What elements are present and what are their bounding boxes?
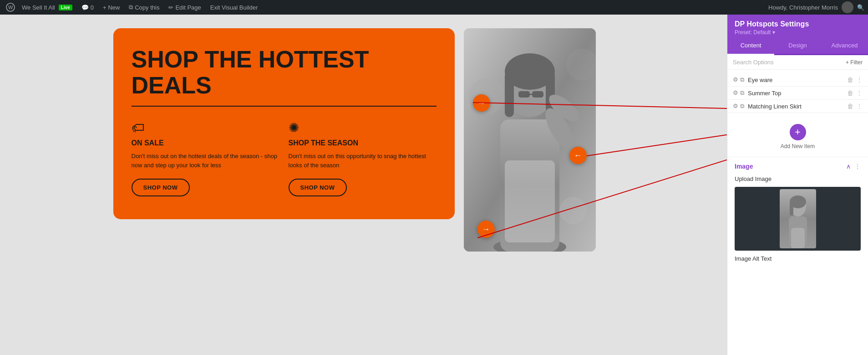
- svg-rect-12: [532, 91, 543, 98]
- settings-icon-3[interactable]: ⚙: [733, 103, 738, 110]
- copy-this-button[interactable]: ⧉ Copy this: [124, 0, 164, 15]
- main-area: Shop The Hottest Deals 🏷 On Sale Don't m…: [0, 15, 868, 355]
- duplicate-icon-3[interactable]: ⧉: [740, 103, 744, 110]
- panel-search-bar: + Filter: [727, 55, 868, 70]
- tab-advanced[interactable]: Advanced: [821, 38, 868, 54]
- search-options-input[interactable]: [733, 59, 843, 66]
- svg-rect-11: [518, 91, 530, 98]
- hotspot-2-arrow-icon: ←: [574, 151, 582, 160]
- howdy-text: Howdy, Christopher Morris: [768, 4, 838, 11]
- hotspot-button-1[interactable]: →: [473, 94, 490, 112]
- filter-button[interactable]: + Filter: [846, 59, 863, 66]
- add-new-label: Add New Item: [781, 143, 815, 149]
- item-actions-1: 🗑 ⋮: [847, 76, 863, 83]
- copy-label: Copy this: [135, 4, 159, 11]
- shop-now-button-2[interactable]: Shop Now: [289, 179, 347, 196]
- comments-item[interactable]: 💬 0: [77, 0, 98, 15]
- item-actions-2: 🗑 ⋮: [847, 89, 863, 97]
- promo-divider: [132, 106, 437, 107]
- hotspot-1-arrow-icon: →: [477, 98, 486, 108]
- item-label-1: Eye ware: [748, 77, 843, 83]
- avatar: [842, 1, 853, 13]
- hotspot-button-2[interactable]: ←: [569, 147, 587, 164]
- add-new-item-button[interactable]: + Add New Item: [727, 117, 868, 157]
- promo-card: Shop The Hottest Deals 🏷 On Sale Don't m…: [113, 28, 455, 219]
- tab-design[interactable]: Design: [774, 38, 821, 54]
- svg-point-17: [559, 197, 587, 224]
- svg-rect-7: [505, 72, 514, 117]
- hotspot-3-arrow-icon: →: [482, 225, 490, 234]
- image-section-title: Image: [735, 163, 753, 170]
- panel-title: DP Hotspots Settings: [735, 20, 861, 28]
- settings-panel: DP Hotspots Settings Preset: Default Con…: [727, 15, 868, 355]
- section-collapse-icon[interactable]: ∧: [846, 163, 851, 170]
- wordpress-logo-icon[interactable]: W: [4, 0, 17, 15]
- upload-image-label: Upload Image: [735, 175, 861, 182]
- duplicate-icon-2[interactable]: ⧉: [740, 89, 744, 97]
- copy-icon: ⧉: [129, 4, 133, 11]
- item-actions-3: 🗑 ⋮: [847, 103, 863, 110]
- section-more-icon[interactable]: ⋮: [854, 163, 861, 170]
- comments-count: 0: [91, 4, 94, 11]
- promo-grid: 🏷 On Sale Don't miss out on the hottest …: [132, 120, 437, 196]
- search-icon[interactable]: 🔍: [857, 4, 864, 11]
- panel-preset-dropdown[interactable]: Preset: Default: [735, 29, 861, 36]
- svg-text:W: W: [8, 5, 13, 10]
- exit-builder-button[interactable]: Exit Visual Builder: [206, 0, 263, 15]
- bookmark-icon: 🏷: [132, 120, 279, 135]
- live-badge: Live: [59, 5, 72, 10]
- image-section-header: Image ∧ ⋮: [735, 163, 861, 170]
- item-label-2: Summer Top: [748, 90, 843, 97]
- add-circle-icon: +: [790, 124, 806, 140]
- image-alt-text-label: Image Alt Text: [735, 255, 861, 262]
- item-icons-3: ⚙ ⧉: [733, 103, 744, 110]
- exit-label: Exit Visual Builder: [210, 4, 258, 11]
- item-icons-1: ⚙ ⧉: [733, 76, 744, 83]
- delete-icon-3[interactable]: 🗑: [847, 103, 853, 110]
- section2-title: Shop The Season: [289, 139, 437, 147]
- delete-icon-1[interactable]: 🗑: [847, 76, 853, 83]
- list-item: ⚙ ⧉ Summer Top 🗑 ⋮: [727, 87, 868, 100]
- hotspot-background-image: [464, 28, 596, 252]
- more-icon-2[interactable]: ⋮: [856, 89, 863, 97]
- item-label-3: Matching Linen Skirt: [748, 103, 843, 110]
- top-bar-right: Howdy, Christopher Morris 🔍: [768, 1, 864, 13]
- list-item: ⚙ ⧉ Eye ware 🗑 ⋮: [727, 73, 868, 87]
- sun-icon: ✺: [289, 120, 437, 135]
- settings-icon-2[interactable]: ⚙: [733, 89, 738, 97]
- site-name-text: We Sell It All: [22, 4, 55, 11]
- new-label: + New: [103, 4, 120, 11]
- section1-title: On Sale: [132, 139, 279, 147]
- item-icons-2: ⚙ ⧉: [733, 89, 744, 97]
- edit-icon: ✏: [168, 4, 173, 11]
- promo-title: Shop The Hottest Deals: [132, 46, 437, 98]
- image-preview-box: [735, 187, 861, 251]
- svg-line-19: [587, 129, 727, 156]
- canvas-content: Shop The Hottest Deals 🏷 On Sale Don't m…: [113, 28, 614, 252]
- top-bar: W We Sell It All Live 💬 0 + New ⧉ Copy t…: [0, 0, 868, 15]
- list-item: ⚙ ⧉ Matching Linen Skirt 🗑 ⋮: [727, 100, 868, 113]
- edit-label: Edit Page: [175, 4, 201, 11]
- panel-header: DP Hotspots Settings Preset: Default: [727, 15, 868, 38]
- svg-rect-25: [791, 228, 805, 248]
- page-canvas: Shop The Hottest Deals 🏷 On Sale Don't m…: [0, 15, 727, 355]
- promo-section-1: 🏷 On Sale Don't miss out on the hottest …: [132, 120, 279, 196]
- image-section: Image ∧ ⋮ Upload Image: [727, 157, 868, 268]
- hotspot-items-list: ⚙ ⧉ Eye ware 🗑 ⋮ ⚙ ⧉ Summer Top 🗑 ⋮: [727, 70, 868, 117]
- comment-icon: 💬: [81, 4, 89, 11]
- tab-content[interactable]: Content: [727, 38, 774, 55]
- panel-tabs: Content Design Advanced: [727, 38, 868, 55]
- site-name-item[interactable]: We Sell It All Live: [17, 0, 77, 15]
- shop-now-button-1[interactable]: Shop Now: [132, 179, 190, 196]
- promo-section-2: ✺ Shop The Season Don't miss out on this…: [289, 120, 437, 196]
- new-button[interactable]: + New: [98, 0, 124, 15]
- delete-icon-2[interactable]: 🗑: [847, 89, 853, 97]
- duplicate-icon-1[interactable]: ⧉: [740, 76, 744, 83]
- settings-icon-1[interactable]: ⚙: [733, 76, 738, 83]
- hotspot-button-3[interactable]: →: [477, 221, 495, 238]
- more-icon-3[interactable]: ⋮: [856, 103, 863, 110]
- edit-page-button[interactable]: ✏ Edit Page: [164, 0, 205, 15]
- svg-rect-14: [505, 160, 555, 242]
- more-icon-1[interactable]: ⋮: [856, 76, 863, 83]
- section1-text: Don't miss out on the hottest deals of t…: [132, 152, 279, 170]
